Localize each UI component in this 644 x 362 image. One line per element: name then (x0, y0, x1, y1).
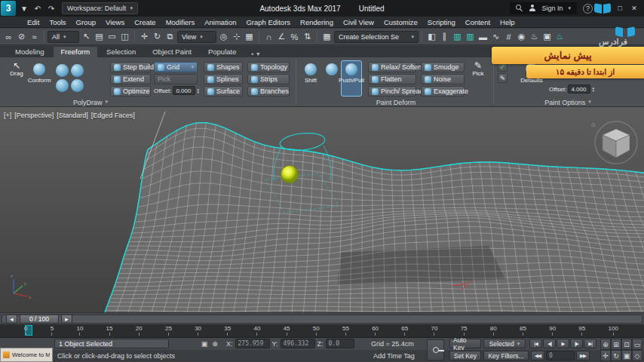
render-production-icon[interactable]: ♨ (554, 30, 566, 43)
scene-explorer-icon[interactable]: ▥ (451, 30, 464, 43)
close-button[interactable]: ✕ (627, 2, 641, 14)
viewport-label-part[interactable]: [Standard] (57, 112, 88, 119)
save-icon[interactable]: ▼ (18, 2, 30, 14)
bind-spacewarp-icon[interactable]: ≈ (28, 30, 41, 43)
welcome-window[interactable]: Welcome to M (0, 348, 53, 362)
conform-variant-icon[interactable] (56, 64, 69, 77)
maximize-viewport-icon[interactable]: ▣ (621, 350, 632, 361)
rendered-frame-icon[interactable]: ▣ (541, 30, 554, 43)
paint-deform-tool-button[interactable]: Flatten (368, 74, 416, 84)
x-coordinate-field[interactable]: 275.959 (235, 339, 270, 348)
polydraw-tool-button[interactable]: Optimize (110, 86, 151, 97)
viewport-canvas[interactable]: ⌂ x y z (0, 107, 644, 312)
polydraw-tool-button[interactable]: Step Build (110, 62, 151, 72)
grid-dropdown-button[interactable]: Grid ▾ (154, 62, 198, 72)
maximize-button[interactable]: □ (613, 2, 627, 14)
selection-filter-dropdown[interactable]: All ▾ (48, 31, 79, 43)
set-key-button[interactable]: Set Key (449, 351, 481, 360)
ribbon-tab[interactable]: Freeform (54, 47, 98, 57)
conform-variant-icon[interactable] (71, 64, 84, 77)
fov-icon[interactable]: ◇ (632, 350, 642, 361)
time-slider[interactable]: ◂ 0 / 100 ▸ (0, 312, 644, 324)
menu-item[interactable]: Edit (27, 18, 39, 26)
spinner-arrows-icon[interactable]: ▴▾ (592, 86, 594, 92)
z-coordinate-field[interactable]: 0.0 (326, 339, 354, 348)
menu-item[interactable]: Animation (204, 18, 236, 26)
perspective-viewport[interactable]: ⌂ x y z [+][Perspective][Standard][Edged… (0, 107, 644, 312)
ribbon-toggle-icon[interactable]: ▬ (477, 30, 489, 43)
zoom-extents-icon[interactable]: ⊡ (621, 339, 632, 350)
viewport-label-part[interactable]: [Perspective] (14, 112, 54, 119)
percent-snap-icon[interactable]: % (288, 30, 301, 43)
previous-frame-button[interactable]: ◀| (543, 339, 556, 348)
ribbon-options-icon[interactable]: ▪ (251, 51, 253, 57)
viewport-label-part[interactable]: [Edged Faces] (91, 112, 135, 119)
add-time-tag[interactable]: Add Time Tag (373, 352, 415, 360)
track-bar[interactable]: 0510152025303540455055606570758085909510… (0, 324, 644, 338)
menu-item[interactable]: Graph Editors (246, 18, 290, 26)
push-pull-button[interactable]: Push/Pull (341, 60, 362, 97)
play-button[interactable]: ▶ (557, 339, 569, 348)
curve-editor-icon[interactable]: ∿ (489, 30, 502, 43)
current-frame-field[interactable]: 0 (546, 351, 575, 360)
sign-in-button[interactable]: Sign In (541, 5, 563, 12)
polydraw-drag-button[interactable]: ↖ Drag (6, 60, 27, 97)
region-select-icon[interactable]: ▭ (106, 30, 118, 43)
polydraw-tool-button[interactable]: Strips (247, 74, 290, 84)
help-icon[interactable]: ? (583, 4, 593, 14)
offset-value[interactable]: 4.000 (568, 84, 590, 94)
go-to-end-button[interactable]: ▶| (584, 339, 596, 348)
paint-deform-tool-button[interactable]: Smudge (421, 62, 465, 72)
offset-value[interactable]: 0.000 (173, 86, 195, 95)
select-link-icon[interactable]: ∞ (2, 30, 15, 43)
polydraw-tool-button[interactable]: Topology (247, 62, 290, 72)
set-keys-button[interactable] (427, 339, 444, 360)
previous-frame-mini-button[interactable]: ◂ (6, 314, 17, 324)
next-key-button[interactable]: ▶▶ (576, 351, 590, 360)
menu-item[interactable]: Customize (384, 18, 418, 26)
menu-item[interactable]: Civil View (343, 18, 374, 26)
polydraw-tool-button[interactable]: Surface (204, 86, 243, 97)
paint-deform-tool-button[interactable]: Pinch/ Spread (368, 86, 416, 97)
time-slider-track[interactable] (2, 314, 642, 324)
y-coordinate-field[interactable]: 496.332 (281, 339, 315, 348)
pan-icon[interactable]: ✛ (600, 350, 611, 361)
material-editor-icon[interactable]: ◉ (515, 30, 528, 43)
workspace-dropdown[interactable]: Workspace: Default ▾ (62, 2, 138, 14)
zoom-icon[interactable]: ⊕ (600, 339, 611, 350)
spinner-arrows-icon[interactable]: ▴▾ (197, 87, 199, 94)
selection-lock-icon[interactable]: ⊗ (210, 339, 220, 348)
polydraw-tool-button[interactable]: Extend (110, 74, 151, 84)
viewcube-home-icon[interactable]: ⌂ (591, 121, 595, 128)
ribbon-tab[interactable]: Object Paint (145, 47, 199, 57)
next-frame-button[interactable]: |▶ (570, 339, 583, 348)
time-slider-handle[interactable]: 0 / 100 (20, 314, 59, 324)
menu-item[interactable]: Content (465, 18, 490, 26)
polydraw-conform-button[interactable]: Conform (29, 60, 50, 97)
zoom-all-icon[interactable]: ⊞ (611, 339, 621, 350)
menu-item[interactable]: Tools (49, 18, 66, 26)
window-crossing-icon[interactable]: ◫ (118, 30, 131, 43)
redo-icon[interactable]: ↷ (45, 2, 57, 14)
zoom-region-icon[interactable]: ▭ (632, 339, 642, 350)
select-by-name-icon[interactable]: ▤ (93, 30, 106, 43)
mirror-icon[interactable]: ◧ (425, 30, 438, 43)
angle-snap-icon[interactable]: ∠ (275, 30, 288, 43)
auto-key-button[interactable]: Auto Key (449, 339, 481, 348)
menu-item[interactable]: Modifiers (166, 18, 195, 26)
polydraw-tool-button[interactable]: Shapes (204, 62, 243, 72)
conform-variant-icon[interactable] (71, 79, 84, 92)
paint-options-panel-title[interactable]: Paint Options ▾ (496, 99, 639, 106)
key-set-dropdown[interactable]: Selected ▾ (483, 339, 526, 348)
search-icon[interactable] (516, 5, 523, 12)
keyboard-override-icon[interactable]: ▦ (243, 30, 256, 43)
viewcube[interactable]: ⌂ (591, 121, 637, 164)
previous-key-button[interactable]: ◀◀ (531, 351, 544, 360)
ribbon-tab[interactable]: Selection (99, 47, 143, 57)
terrain-mesh[interactable] (104, 123, 644, 312)
user-icon[interactable] (529, 5, 536, 12)
menu-item[interactable]: Create (134, 18, 156, 26)
select-scale-icon[interactable]: ⧉ (164, 30, 176, 43)
ribbon-tab[interactable]: Populate (201, 47, 244, 57)
align-icon[interactable]: ∥ (438, 30, 451, 43)
